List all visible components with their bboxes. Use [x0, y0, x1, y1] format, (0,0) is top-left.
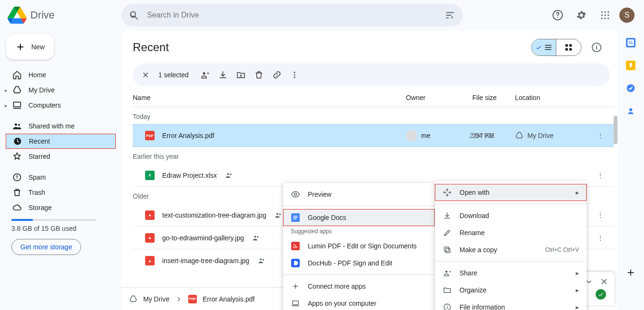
- settings-icon[interactable]: [572, 6, 591, 25]
- menu-rename[interactable]: Rename: [435, 224, 587, 241]
- download-icon[interactable]: [218, 70, 228, 80]
- svg-point-53: [447, 305, 448, 306]
- pdf-icon: PDF: [188, 295, 197, 303]
- link-icon[interactable]: [272, 70, 282, 80]
- drive-icon: [515, 131, 524, 140]
- menu-make-copy[interactable]: Make a copyCtrl+C Ctrl+V: [435, 241, 587, 258]
- menu-organize[interactable]: Organize▸: [435, 282, 587, 299]
- breadcrumb-root[interactable]: My Drive: [143, 295, 169, 303]
- people-icon: [12, 121, 22, 131]
- svg-rect-49: [446, 248, 450, 253]
- help-icon[interactable]: [548, 6, 567, 25]
- move-icon[interactable]: [236, 70, 246, 80]
- menu-share[interactable]: Share▸: [435, 264, 587, 282]
- calendar-icon[interactable]: 31: [626, 38, 635, 47]
- drive-logo-icon: [8, 6, 27, 25]
- file-location: My Drive: [527, 132, 553, 139]
- new-button[interactable]: New: [6, 34, 54, 60]
- col-owner[interactable]: Owner: [406, 94, 472, 101]
- file-name: text-customization-tree-diagram.jpg: [162, 211, 266, 219]
- selection-bar: 1 selected: [133, 64, 610, 86]
- file-row[interactable]: PDF Error Analysis.pdf 2:04 PM me 297 KB…: [133, 124, 614, 147]
- home-icon: [12, 70, 22, 80]
- svg-point-34: [262, 259, 264, 260]
- view-toggle[interactable]: [531, 39, 581, 56]
- pencil-icon: [443, 228, 451, 237]
- svg-point-29: [276, 213, 278, 215]
- file-name: Error Analysis.pdf: [162, 132, 214, 139]
- row-more-icon[interactable]: ⋮: [591, 132, 610, 139]
- svg-point-51: [445, 271, 448, 273]
- storage-bar: [11, 219, 97, 221]
- share-person-icon[interactable]: [200, 70, 210, 80]
- search-input[interactable]: [147, 11, 437, 19]
- svg-point-32: [257, 236, 258, 237]
- open-with-submenu: Preview Google Docs Suggested apps Lumin…: [283, 183, 435, 310]
- row-more-icon[interactable]: ⋮: [591, 211, 610, 219]
- close-selection-icon[interactable]: [141, 71, 150, 79]
- more-icon[interactable]: [290, 71, 299, 79]
- sidebar-item-spam[interactable]: Spam: [6, 170, 116, 185]
- sidebar-item-storage[interactable]: Storage: [6, 200, 116, 215]
- svg-point-10: [607, 18, 609, 19]
- menu-preview[interactable]: Preview: [283, 186, 435, 203]
- svg-point-4: [607, 11, 609, 13]
- col-location[interactable]: Location: [515, 94, 591, 101]
- menu-file-info[interactable]: File information▸: [435, 299, 587, 310]
- expand-icon[interactable]: ▸: [5, 103, 7, 108]
- breadcrumb-file[interactable]: Error Analysis.pdf: [202, 295, 255, 303]
- add-panel-icon[interactable]: [626, 267, 636, 278]
- side-panel: 31: [617, 30, 644, 310]
- sidebar-item-home[interactable]: Home: [6, 67, 116, 82]
- menu-google-docs[interactable]: Google Docs: [283, 209, 435, 226]
- sidebar-item-trash[interactable]: Trash: [6, 185, 116, 200]
- svg-point-28: [230, 173, 231, 175]
- tasks-icon[interactable]: [626, 83, 635, 93]
- selection-count: 1 selected: [158, 71, 189, 79]
- account-avatar[interactable]: S: [619, 8, 635, 23]
- menu-apps-on-computer[interactable]: Apps on your computer: [283, 295, 435, 310]
- svg-point-33: [260, 258, 262, 260]
- product-name: Drive: [30, 9, 55, 21]
- grid-view-button[interactable]: [556, 39, 581, 55]
- menu-dochub[interactable]: DocHub - PDF Sign and Edit: [283, 255, 435, 272]
- plus-icon: [291, 282, 300, 291]
- col-size[interactable]: File size: [472, 94, 515, 101]
- menu-download[interactable]: Download: [435, 207, 587, 224]
- menu-lumin[interactable]: Lumin PDF - Edit or Sign Documents: [283, 237, 435, 255]
- delete-icon[interactable]: [254, 70, 264, 80]
- scrollbar-thumb[interactable]: [614, 116, 617, 144]
- logo-area[interactable]: Drive: [8, 6, 118, 25]
- contacts-icon[interactable]: [626, 106, 635, 116]
- folder-icon: [443, 286, 451, 294]
- row-more-icon[interactable]: ⋮: [591, 172, 610, 179]
- svg-point-1: [557, 17, 558, 18]
- file-time: 2:04 PM: [469, 132, 494, 139]
- copy-icon: [443, 246, 451, 254]
- info-icon[interactable]: [587, 38, 606, 57]
- sidebar-item-computers[interactable]: ▸Computers: [6, 98, 116, 113]
- col-name[interactable]: Name: [133, 94, 406, 101]
- group-earlier: Earlier this year: [133, 147, 614, 164]
- keep-icon[interactable]: [626, 61, 635, 70]
- sidebar-item-my-drive[interactable]: ▸My Drive: [6, 82, 116, 98]
- menu-open-with[interactable]: Open with▸: [435, 184, 587, 201]
- cloud-icon: [12, 203, 22, 212]
- search-bar[interactable]: [121, 4, 463, 27]
- get-storage-button[interactable]: Get more storage: [11, 239, 81, 255]
- close-icon[interactable]: [599, 277, 609, 286]
- search-options-icon[interactable]: [445, 10, 455, 20]
- list-view-button[interactable]: [532, 39, 556, 55]
- sidebar-item-recent[interactable]: Recent: [6, 134, 116, 149]
- upload-complete-icon: [596, 289, 606, 300]
- row-more-icon[interactable]: ⋮: [591, 234, 610, 242]
- sidebar-item-shared[interactable]: Shared with me: [6, 119, 116, 134]
- apps-icon[interactable]: [596, 6, 615, 25]
- chevron-right-icon: ▸: [576, 286, 579, 294]
- sidebar-item-starred[interactable]: Starred: [6, 149, 116, 164]
- svg-rect-45: [294, 219, 296, 219]
- header-icons: S: [548, 6, 636, 25]
- expand-icon[interactable]: ▸: [5, 88, 7, 93]
- share-icon: [443, 269, 451, 277]
- menu-connect-apps[interactable]: Connect more apps: [283, 278, 435, 295]
